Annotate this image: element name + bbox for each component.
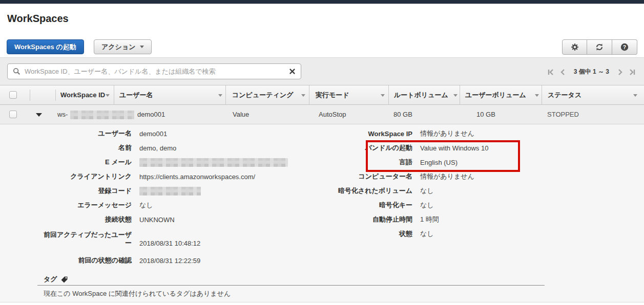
column-header-root-volume[interactable]: ルートボリューム	[388, 85, 460, 105]
detail-value: なし	[420, 229, 434, 238]
detail-label: 前回の状態の確認	[39, 256, 132, 265]
clear-search-icon[interactable]	[289, 68, 296, 75]
svg-text:?: ?	[623, 44, 626, 50]
page-title: WorkSpaces	[7, 13, 69, 25]
workspace-detail-panel: ユーザー名demo001 名前demo, demo E メール クライアントリン…	[0, 124, 644, 302]
user-name-cell: demo001	[137, 105, 165, 124]
status-cell: STOPPED	[547, 105, 579, 124]
column-label: コンピューティング	[232, 91, 293, 99]
toolbar-icon-group: ?	[562, 39, 637, 55]
tag-icon	[60, 276, 68, 284]
next-page-button[interactable]	[616, 69, 624, 76]
first-page-icon	[547, 69, 554, 76]
actions-dropdown-button[interactable]: アクション	[94, 39, 152, 54]
gear-icon	[571, 43, 579, 51]
actions-dropdown-label: アクション	[101, 42, 136, 52]
workspace-id-cell: ws-	[57, 105, 68, 124]
workspaces-console-page: WorkSpaces WorkSpaces の起動 アクション	[0, 0, 644, 305]
search-box[interactable]	[7, 63, 301, 79]
column-header-workspace-id[interactable]: WorkSpace ID	[55, 85, 114, 105]
detail-column-right: WorkSpace IP情報がありません バンドルの起動Value with W…	[0, 126, 488, 241]
column-header-user-name[interactable]: ユーザー名	[114, 85, 225, 105]
column-label: WorkSpace ID	[60, 91, 105, 99]
tags-empty-message: 現在この WorkSpace に関連付けられているタグはありません	[44, 289, 231, 298]
next-page-icon	[616, 69, 624, 76]
detail-row: コンピューター名情報がありません	[0, 169, 488, 184]
detail-label: 暗号化されたボリューム	[310, 186, 412, 195]
detail-row: 暗号化キーなし	[0, 198, 488, 212]
search-icon	[13, 68, 20, 75]
detail-label: 自動停止時間	[310, 215, 412, 224]
refresh-icon	[595, 43, 604, 51]
workspace-table-row[interactable]: ws- demo001 Value AutoStop 80 GB 10 GB S…	[0, 105, 644, 124]
column-label: 実行モード	[316, 91, 349, 99]
column-header-status[interactable]: ステータス	[542, 85, 644, 105]
redacted-workspace-id	[70, 111, 134, 119]
detail-value: 1 時間	[420, 215, 439, 224]
column-divider	[30, 90, 30, 101]
help-icon: ?	[620, 43, 629, 51]
detail-row: 前回の状態の確認2018/08/31 12:22:59	[0, 253, 288, 268]
detail-row: 暗号化されたボリュームなし	[0, 184, 488, 198]
last-page-button[interactable]	[629, 69, 636, 76]
computing-cell: Value	[233, 105, 249, 124]
detail-value: English (US)	[420, 159, 458, 166]
pagination: 3 個中 1 ～ 3	[547, 58, 636, 86]
first-page-button[interactable]	[547, 69, 554, 76]
detail-row: 状態なし	[0, 227, 488, 241]
root-volume-cell: 80 GB	[393, 105, 412, 124]
tags-divider	[37, 285, 545, 286]
running-mode-cell: AutoStop	[319, 105, 346, 124]
row-checkbox[interactable]	[9, 111, 17, 118]
detail-row: 言語English (US)	[0, 155, 488, 169]
sort-caret-icon	[301, 94, 305, 97]
column-label: ユーザー名	[119, 91, 153, 99]
last-page-icon	[629, 69, 636, 76]
sort-caret-icon	[106, 94, 110, 97]
detail-label: バンドルの起動	[310, 143, 412, 152]
detail-row: WorkSpace IP情報がありません	[0, 126, 488, 141]
detail-value: 2018/08/31 12:22:59	[139, 257, 200, 265]
detail-label: 暗号化キー	[310, 201, 412, 210]
detail-value: 情報がありません	[420, 129, 474, 138]
detail-value: なし	[420, 201, 434, 210]
sort-caret-icon	[535, 94, 539, 97]
select-all-checkbox[interactable]	[9, 91, 17, 99]
help-button[interactable]: ?	[612, 39, 637, 55]
tags-section-heading: タグ	[44, 275, 68, 284]
detail-value: 情報がありません	[420, 172, 474, 181]
aws-console-topbar	[0, 0, 644, 4]
column-header-computing[interactable]: コンピューティング	[225, 85, 309, 105]
collapse-row-icon[interactable]	[36, 113, 42, 117]
detail-row: バンドルの起動Value with Windows 10	[0, 141, 488, 155]
settings-button[interactable]	[562, 39, 587, 55]
pagination-label: 3 個中 1 ～ 3	[574, 68, 609, 76]
chevron-down-icon	[140, 46, 144, 48]
workspace-id-prefix: ws-	[57, 111, 68, 118]
search-toolbar: 3 個中 1 ～ 3	[0, 57, 644, 85]
detail-label: 言語	[310, 158, 412, 167]
launch-workspaces-button[interactable]: WorkSpaces の起動	[7, 39, 84, 54]
user-volume-cell: 10 GB	[476, 105, 495, 124]
tags-heading-label: タグ	[44, 275, 57, 284]
sort-caret-icon	[381, 94, 385, 97]
detail-label: 状態	[310, 229, 412, 238]
sort-caret-icon	[633, 94, 637, 97]
column-header-user-volume[interactable]: ユーザーボリューム	[460, 85, 542, 105]
detail-label: WorkSpace IP	[310, 130, 412, 138]
detail-value: なし	[420, 186, 434, 195]
detail-row: 自動停止時間1 時間	[0, 212, 488, 227]
sort-caret-icon	[218, 94, 222, 97]
detail-label: コンピューター名	[310, 172, 412, 181]
table-header: WorkSpace ID ユーザー名 コンピューティング 実行モード ルートボリ…	[0, 85, 644, 105]
column-label: ルートボリューム	[394, 91, 448, 99]
refresh-button[interactable]	[587, 39, 612, 55]
column-label: ステータス	[548, 91, 581, 99]
column-header-running-mode[interactable]: 実行モード	[309, 85, 388, 105]
previous-page-button[interactable]	[559, 69, 567, 76]
previous-page-icon	[559, 69, 567, 76]
search-input[interactable]	[25, 68, 285, 75]
sort-caret-icon	[453, 94, 458, 97]
detail-value: Value with Windows 10	[420, 144, 488, 152]
column-label: ユーザーボリューム	[465, 91, 526, 99]
